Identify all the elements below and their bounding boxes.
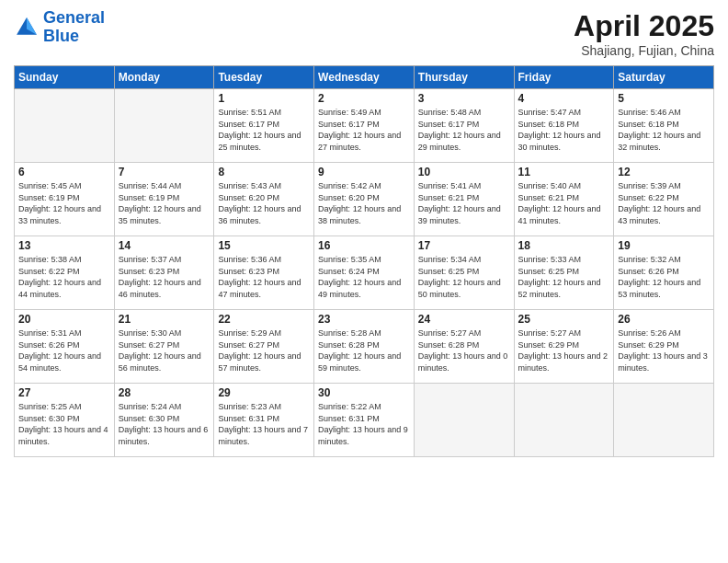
day-info: Sunrise: 5:28 AMSunset: 6:28 PMDaylight:… — [318, 327, 410, 373]
day-number: 4 — [518, 92, 610, 105]
day-number: 9 — [318, 166, 410, 178]
calendar-day-header: Thursday — [414, 66, 514, 89]
calendar-cell: 5Sunrise: 5:46 AMSunset: 6:18 PMDaylight… — [614, 89, 714, 163]
calendar-week-row: 1Sunrise: 5:51 AMSunset: 6:17 PMDaylight… — [15, 89, 714, 163]
calendar-cell: 25Sunrise: 5:27 AMSunset: 6:29 PMDayligh… — [514, 310, 614, 384]
calendar-cell — [414, 384, 514, 457]
calendar-cell: 17Sunrise: 5:34 AMSunset: 6:25 PMDayligh… — [414, 236, 514, 310]
day-info: Sunrise: 5:39 AMSunset: 6:22 PMDaylight:… — [618, 180, 710, 226]
day-info: Sunrise: 5:45 AMSunset: 6:19 PMDaylight:… — [18, 180, 110, 226]
day-info: Sunrise: 5:25 AMSunset: 6:30 PMDaylight:… — [18, 401, 110, 447]
calendar-day-header: Monday — [114, 66, 214, 89]
calendar-day-header: Wednesday — [314, 66, 415, 89]
calendar-cell — [15, 89, 115, 163]
logo: General Blue — [14, 9, 105, 46]
day-number: 1 — [218, 92, 310, 105]
calendar-cell: 9Sunrise: 5:42 AMSunset: 6:20 PMDaylight… — [314, 163, 415, 236]
calendar-cell: 29Sunrise: 5:23 AMSunset: 6:31 PMDayligh… — [214, 384, 314, 457]
day-info: Sunrise: 5:51 AMSunset: 6:17 PMDaylight:… — [218, 107, 310, 153]
day-number: 3 — [418, 92, 510, 105]
day-number: 10 — [418, 166, 510, 178]
day-number: 23 — [318, 313, 410, 326]
day-info: Sunrise: 5:27 AMSunset: 6:28 PMDaylight:… — [418, 327, 510, 373]
day-info: Sunrise: 5:22 AMSunset: 6:31 PMDaylight:… — [318, 401, 410, 447]
calendar-cell: 2Sunrise: 5:49 AMSunset: 6:17 PMDaylight… — [314, 89, 415, 163]
logo-text: General Blue — [43, 9, 105, 46]
main-title: April 2025 — [574, 9, 714, 43]
calendar-cell: 27Sunrise: 5:25 AMSunset: 6:30 PMDayligh… — [15, 384, 115, 457]
day-number: 16 — [318, 239, 410, 252]
day-info: Sunrise: 5:27 AMSunset: 6:29 PMDaylight:… — [518, 327, 610, 373]
day-info: Sunrise: 5:46 AMSunset: 6:18 PMDaylight:… — [618, 107, 710, 153]
day-number: 2 — [318, 92, 410, 105]
calendar-day-header: Sunday — [15, 66, 115, 89]
calendar-cell: 21Sunrise: 5:30 AMSunset: 6:27 PMDayligh… — [114, 310, 214, 384]
calendar-cell: 18Sunrise: 5:33 AMSunset: 6:25 PMDayligh… — [514, 236, 614, 310]
day-number: 19 — [618, 239, 710, 252]
day-number: 28 — [119, 386, 210, 399]
day-number: 5 — [618, 92, 710, 105]
calendar-cell: 3Sunrise: 5:48 AMSunset: 6:17 PMDaylight… — [414, 89, 514, 163]
calendar-cell: 15Sunrise: 5:36 AMSunset: 6:23 PMDayligh… — [214, 236, 314, 310]
day-number: 24 — [418, 313, 510, 326]
calendar-day-header: Friday — [514, 66, 614, 89]
day-info: Sunrise: 5:26 AMSunset: 6:29 PMDaylight:… — [618, 327, 710, 373]
page: General Blue April 2025 Shajiang, Fujian… — [0, 0, 728, 563]
calendar-cell: 14Sunrise: 5:37 AMSunset: 6:23 PMDayligh… — [114, 236, 214, 310]
day-info: Sunrise: 5:41 AMSunset: 6:21 PMDaylight:… — [418, 180, 510, 226]
calendar-cell — [114, 89, 214, 163]
day-info: Sunrise: 5:38 AMSunset: 6:22 PMDaylight:… — [18, 254, 110, 300]
calendar-cell: 28Sunrise: 5:24 AMSunset: 6:30 PMDayligh… — [114, 384, 214, 457]
header: General Blue April 2025 Shajiang, Fujian… — [14, 9, 714, 58]
day-number: 8 — [218, 166, 310, 178]
day-info: Sunrise: 5:32 AMSunset: 6:26 PMDaylight:… — [618, 254, 710, 300]
day-number: 22 — [218, 313, 310, 326]
calendar-cell: 23Sunrise: 5:28 AMSunset: 6:28 PMDayligh… — [314, 310, 415, 384]
calendar-day-header: Saturday — [614, 66, 714, 89]
calendar-cell: 12Sunrise: 5:39 AMSunset: 6:22 PMDayligh… — [614, 163, 714, 236]
calendar-cell: 16Sunrise: 5:35 AMSunset: 6:24 PMDayligh… — [314, 236, 415, 310]
day-info: Sunrise: 5:23 AMSunset: 6:31 PMDaylight:… — [218, 401, 310, 447]
day-number: 13 — [18, 239, 110, 252]
day-number: 7 — [119, 166, 210, 178]
calendar-cell: 13Sunrise: 5:38 AMSunset: 6:22 PMDayligh… — [15, 236, 115, 310]
day-info: Sunrise: 5:33 AMSunset: 6:25 PMDaylight:… — [518, 254, 610, 300]
day-number: 17 — [418, 239, 510, 252]
day-number: 26 — [618, 313, 710, 326]
calendar-cell: 4Sunrise: 5:47 AMSunset: 6:18 PMDaylight… — [514, 89, 614, 163]
calendar-cell: 22Sunrise: 5:29 AMSunset: 6:27 PMDayligh… — [214, 310, 314, 384]
calendar-week-row: 20Sunrise: 5:31 AMSunset: 6:26 PMDayligh… — [15, 310, 714, 384]
calendar-cell: 24Sunrise: 5:27 AMSunset: 6:28 PMDayligh… — [414, 310, 514, 384]
day-info: Sunrise: 5:47 AMSunset: 6:18 PMDaylight:… — [518, 107, 610, 153]
day-info: Sunrise: 5:43 AMSunset: 6:20 PMDaylight:… — [218, 180, 310, 226]
day-number: 25 — [518, 313, 610, 326]
day-info: Sunrise: 5:34 AMSunset: 6:25 PMDaylight:… — [418, 254, 510, 300]
day-number: 29 — [218, 386, 310, 399]
day-number: 21 — [119, 313, 210, 326]
sub-title: Shajiang, Fujian, China — [574, 43, 714, 58]
calendar-cell: 10Sunrise: 5:41 AMSunset: 6:21 PMDayligh… — [414, 163, 514, 236]
day-info: Sunrise: 5:31 AMSunset: 6:26 PMDaylight:… — [18, 327, 110, 373]
day-info: Sunrise: 5:36 AMSunset: 6:23 PMDaylight:… — [218, 254, 310, 300]
day-number: 27 — [18, 386, 110, 399]
logo-blue: Blue — [43, 28, 105, 46]
calendar-cell — [514, 384, 614, 457]
day-number: 15 — [218, 239, 310, 252]
day-info: Sunrise: 5:37 AMSunset: 6:23 PMDaylight:… — [119, 254, 210, 300]
day-number: 30 — [318, 386, 410, 399]
logo-general: General — [43, 8, 105, 27]
day-number: 11 — [518, 166, 610, 178]
day-number: 20 — [18, 313, 110, 326]
day-number: 14 — [119, 239, 210, 252]
day-info: Sunrise: 5:30 AMSunset: 6:27 PMDaylight:… — [119, 327, 210, 373]
day-number: 12 — [618, 166, 710, 178]
calendar-cell: 30Sunrise: 5:22 AMSunset: 6:31 PMDayligh… — [314, 384, 415, 457]
day-info: Sunrise: 5:42 AMSunset: 6:20 PMDaylight:… — [318, 180, 410, 226]
calendar-cell: 19Sunrise: 5:32 AMSunset: 6:26 PMDayligh… — [614, 236, 714, 310]
calendar-day-header: Tuesday — [214, 66, 314, 89]
calendar-cell: 6Sunrise: 5:45 AMSunset: 6:19 PMDaylight… — [15, 163, 115, 236]
calendar-cell — [614, 384, 714, 457]
calendar-cell: 20Sunrise: 5:31 AMSunset: 6:26 PMDayligh… — [15, 310, 115, 384]
day-number: 18 — [518, 239, 610, 252]
day-info: Sunrise: 5:40 AMSunset: 6:21 PMDaylight:… — [518, 180, 610, 226]
